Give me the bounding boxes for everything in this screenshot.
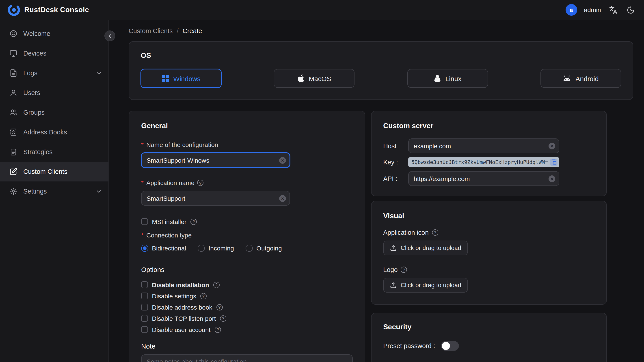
sidebar-item-custom-clients[interactable]: Custom Clients xyxy=(0,162,108,182)
disable-settings-checkbox[interactable] xyxy=(141,292,148,299)
key-chip: 5Qbwsde3unUcJBtrx9ZkvUmwFNoExHzpryHuPUdq… xyxy=(408,157,559,167)
app-title: RustDesk Console xyxy=(24,6,89,14)
radio-icon[interactable] xyxy=(246,244,253,252)
msi-installer-checkbox[interactable] xyxy=(141,218,148,225)
os-option-windows[interactable]: Windows xyxy=(141,69,222,88)
note-label: Note xyxy=(141,342,353,350)
edit-square-icon xyxy=(10,168,18,176)
gear-icon xyxy=(10,187,18,195)
rustdesk-console-app: RustDesk Console a admin xyxy=(0,0,644,362)
avatar[interactable]: a xyxy=(566,4,577,16)
monitor-icon xyxy=(10,49,18,57)
radio-icon[interactable] xyxy=(141,244,148,252)
shell: Welcome Devices Logs xyxy=(0,20,644,362)
config-name-input[interactable] xyxy=(141,153,290,168)
os-option-linux[interactable]: Linux xyxy=(407,69,488,88)
sidebar-item-logs[interactable]: Logs xyxy=(0,63,108,83)
security-title: Security xyxy=(383,323,595,331)
help-icon[interactable] xyxy=(200,293,206,299)
windows-icon xyxy=(162,75,169,82)
upload-icon xyxy=(390,244,396,251)
os-option-android[interactable]: Android xyxy=(540,69,621,88)
key-field: 5Qbwsde3unUcJBtrx9ZkvUmwFNoExHzpryHuPUdq… xyxy=(408,157,559,167)
sidebar-item-settings[interactable]: Settings xyxy=(0,182,108,201)
logo-label: Logo xyxy=(383,266,595,273)
sidebar-item-label: Users xyxy=(23,89,40,96)
preset-password-toggle[interactable] xyxy=(441,341,459,351)
help-icon[interactable] xyxy=(213,282,219,288)
application-icon-upload-button[interactable]: Click or drag to upload xyxy=(383,240,468,255)
host-input[interactable] xyxy=(408,138,559,153)
application-name-label: * Application name xyxy=(141,179,353,186)
radio-icon[interactable] xyxy=(198,244,205,252)
android-icon xyxy=(563,75,571,82)
disable-address-book-checkbox[interactable] xyxy=(141,304,148,310)
api-input[interactable] xyxy=(408,171,559,186)
radio-incoming[interactable]: Incoming xyxy=(198,244,234,252)
disable-tcp-listen-port-checkbox[interactable] xyxy=(141,315,148,322)
sidebar-item-strategies[interactable]: Strategies xyxy=(0,142,108,162)
api-field xyxy=(408,171,559,186)
preset-password-row: Preset password : xyxy=(383,341,595,351)
sidebar-item-welcome[interactable]: Welcome xyxy=(0,24,108,44)
topbar-right: a admin xyxy=(566,4,636,16)
disable-installation-checkbox[interactable] xyxy=(141,281,148,288)
main-content: Custom Clients / Create OS Wind xyxy=(109,20,644,362)
clear-icon[interactable] xyxy=(548,142,555,149)
options-heading: Options xyxy=(141,266,353,273)
option-disable-address-book: Disable address book xyxy=(141,303,353,311)
os-option-label: Android xyxy=(576,74,598,82)
required-asterisk: * xyxy=(141,232,144,239)
form-columns: General * Name of the configuration * Ap… xyxy=(128,111,633,362)
sidebar-item-label: Logs xyxy=(23,70,38,76)
linux-icon xyxy=(434,74,441,82)
radio-bidirectional[interactable]: Bidirectional xyxy=(141,244,186,252)
help-icon[interactable] xyxy=(401,266,407,273)
application-name-field xyxy=(141,191,290,206)
sidebar-item-devices[interactable]: Devices xyxy=(0,44,108,63)
clipboard-icon xyxy=(10,148,18,156)
help-icon[interactable] xyxy=(432,230,438,236)
help-icon[interactable] xyxy=(216,304,222,310)
clear-icon[interactable] xyxy=(548,175,555,182)
sidebar-item-groups[interactable]: Groups xyxy=(0,102,108,122)
host-row: Host : xyxy=(383,138,595,153)
sidebar-item-address-books[interactable]: Address Books xyxy=(0,122,108,142)
msi-installer-label: MSI installer xyxy=(152,218,186,225)
general-title: General xyxy=(141,122,353,130)
help-icon[interactable] xyxy=(197,180,204,186)
sidebar: Welcome Devices Logs xyxy=(0,20,109,362)
sidebar-item-label: Groups xyxy=(23,109,44,116)
custom-server-title: Custom server xyxy=(383,122,595,130)
clear-icon[interactable] xyxy=(279,157,286,164)
note-textarea[interactable] xyxy=(141,354,353,362)
chevron-down-icon xyxy=(96,188,102,195)
disable-user-account-checkbox[interactable] xyxy=(141,326,148,333)
language-icon[interactable] xyxy=(608,4,618,15)
help-icon[interactable] xyxy=(220,315,226,322)
os-card: OS Windows xyxy=(128,41,633,100)
key-value: 5Qbwsde3unUcJBtrx9ZkvUmwFNoExHzpryHuPUdq… xyxy=(412,159,548,165)
logo-upload-button[interactable]: Click or drag to upload xyxy=(383,278,468,292)
option-disable-user-account: Disable user account xyxy=(141,325,353,334)
os-option-macos[interactable]: MacOS xyxy=(274,69,355,88)
dark-mode-moon-icon[interactable] xyxy=(625,4,636,15)
clear-icon[interactable] xyxy=(279,195,286,202)
help-icon[interactable] xyxy=(190,218,197,225)
config-name-field xyxy=(141,153,290,168)
application-name-input[interactable] xyxy=(141,191,290,206)
chevron-down-icon xyxy=(96,70,102,76)
copy-icon[interactable] xyxy=(550,158,557,166)
help-icon[interactable] xyxy=(215,326,221,333)
radio-outgoing[interactable]: Outgoing xyxy=(246,244,282,252)
sidebar-item-label: Custom Clients xyxy=(23,168,68,175)
breadcrumb-separator: / xyxy=(177,27,178,34)
sidebar-item-label: Devices xyxy=(23,50,46,57)
msi-installer-row: MSI installer xyxy=(141,217,353,226)
breadcrumb-parent[interactable]: Custom Clients xyxy=(128,27,173,34)
right-column: Custom server Host : Key : xyxy=(371,111,607,362)
breadcrumb: Custom Clients / Create xyxy=(128,27,633,34)
sidebar-item-users[interactable]: Users xyxy=(0,83,108,102)
sidebar-collapse-button[interactable] xyxy=(104,30,115,41)
sidebar-item-label: Strategies xyxy=(23,148,53,156)
